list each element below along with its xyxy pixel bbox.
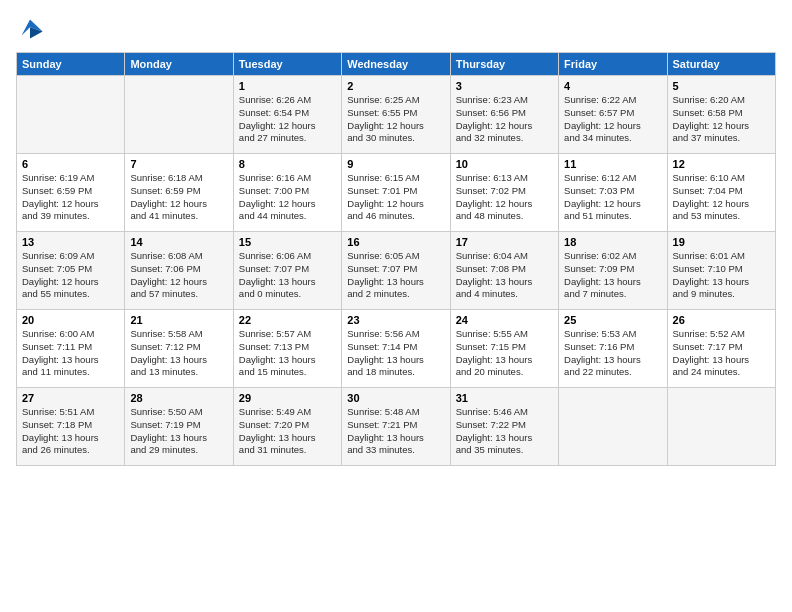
weekday-header-row: SundayMondayTuesdayWednesdayThursdayFrid… [17, 53, 776, 76]
calendar-cell: 19Sunrise: 6:01 AM Sunset: 7:10 PM Dayli… [667, 232, 775, 310]
calendar-cell: 30Sunrise: 5:48 AM Sunset: 7:21 PM Dayli… [342, 388, 450, 466]
cell-content: Sunrise: 6:18 AM Sunset: 6:59 PM Dayligh… [130, 172, 227, 223]
cell-content: Sunrise: 6:20 AM Sunset: 6:58 PM Dayligh… [673, 94, 770, 145]
cell-content: Sunrise: 6:19 AM Sunset: 6:59 PM Dayligh… [22, 172, 119, 223]
weekday-header-wednesday: Wednesday [342, 53, 450, 76]
cell-content: Sunrise: 5:49 AM Sunset: 7:20 PM Dayligh… [239, 406, 336, 457]
cell-content: Sunrise: 6:12 AM Sunset: 7:03 PM Dayligh… [564, 172, 661, 223]
calendar-cell: 13Sunrise: 6:09 AM Sunset: 7:05 PM Dayli… [17, 232, 125, 310]
calendar-cell: 29Sunrise: 5:49 AM Sunset: 7:20 PM Dayli… [233, 388, 341, 466]
calendar-cell: 11Sunrise: 6:12 AM Sunset: 7:03 PM Dayli… [559, 154, 667, 232]
cell-content: Sunrise: 5:51 AM Sunset: 7:18 PM Dayligh… [22, 406, 119, 457]
calendar-cell: 28Sunrise: 5:50 AM Sunset: 7:19 PM Dayli… [125, 388, 233, 466]
cell-content: Sunrise: 6:06 AM Sunset: 7:07 PM Dayligh… [239, 250, 336, 301]
day-number: 12 [673, 158, 770, 170]
day-number: 23 [347, 314, 444, 326]
cell-content: Sunrise: 6:05 AM Sunset: 7:07 PM Dayligh… [347, 250, 444, 301]
day-number: 20 [22, 314, 119, 326]
calendar-cell: 10Sunrise: 6:13 AM Sunset: 7:02 PM Dayli… [450, 154, 558, 232]
calendar-cell [17, 76, 125, 154]
day-number: 30 [347, 392, 444, 404]
cell-content: Sunrise: 6:01 AM Sunset: 7:10 PM Dayligh… [673, 250, 770, 301]
day-number: 31 [456, 392, 553, 404]
calendar-cell: 7Sunrise: 6:18 AM Sunset: 6:59 PM Daylig… [125, 154, 233, 232]
cell-content: Sunrise: 6:09 AM Sunset: 7:05 PM Dayligh… [22, 250, 119, 301]
calendar-cell: 4Sunrise: 6:22 AM Sunset: 6:57 PM Daylig… [559, 76, 667, 154]
day-number: 16 [347, 236, 444, 248]
calendar-week-row: 6Sunrise: 6:19 AM Sunset: 6:59 PM Daylig… [17, 154, 776, 232]
cell-content: Sunrise: 6:23 AM Sunset: 6:56 PM Dayligh… [456, 94, 553, 145]
calendar-cell: 22Sunrise: 5:57 AM Sunset: 7:13 PM Dayli… [233, 310, 341, 388]
day-number: 15 [239, 236, 336, 248]
weekday-header-sunday: Sunday [17, 53, 125, 76]
cell-content: Sunrise: 6:16 AM Sunset: 7:00 PM Dayligh… [239, 172, 336, 223]
calendar-cell: 25Sunrise: 5:53 AM Sunset: 7:16 PM Dayli… [559, 310, 667, 388]
cell-content: Sunrise: 6:00 AM Sunset: 7:11 PM Dayligh… [22, 328, 119, 379]
calendar-cell [559, 388, 667, 466]
cell-content: Sunrise: 6:08 AM Sunset: 7:06 PM Dayligh… [130, 250, 227, 301]
day-number: 27 [22, 392, 119, 404]
cell-content: Sunrise: 5:56 AM Sunset: 7:14 PM Dayligh… [347, 328, 444, 379]
day-number: 28 [130, 392, 227, 404]
cell-content: Sunrise: 5:48 AM Sunset: 7:21 PM Dayligh… [347, 406, 444, 457]
logo-bird-icon [16, 16, 44, 44]
logo [16, 16, 48, 44]
calendar-cell: 20Sunrise: 6:00 AM Sunset: 7:11 PM Dayli… [17, 310, 125, 388]
calendar-week-row: 27Sunrise: 5:51 AM Sunset: 7:18 PM Dayli… [17, 388, 776, 466]
day-number: 14 [130, 236, 227, 248]
calendar-cell [125, 76, 233, 154]
calendar-cell: 18Sunrise: 6:02 AM Sunset: 7:09 PM Dayli… [559, 232, 667, 310]
calendar-cell [667, 388, 775, 466]
cell-content: Sunrise: 6:04 AM Sunset: 7:08 PM Dayligh… [456, 250, 553, 301]
day-number: 3 [456, 80, 553, 92]
weekday-header-tuesday: Tuesday [233, 53, 341, 76]
day-number: 4 [564, 80, 661, 92]
calendar-cell: 8Sunrise: 6:16 AM Sunset: 7:00 PM Daylig… [233, 154, 341, 232]
day-number: 25 [564, 314, 661, 326]
day-number: 13 [22, 236, 119, 248]
day-number: 11 [564, 158, 661, 170]
calendar-week-row: 20Sunrise: 6:00 AM Sunset: 7:11 PM Dayli… [17, 310, 776, 388]
cell-content: Sunrise: 5:52 AM Sunset: 7:17 PM Dayligh… [673, 328, 770, 379]
cell-content: Sunrise: 6:26 AM Sunset: 6:54 PM Dayligh… [239, 94, 336, 145]
day-number: 9 [347, 158, 444, 170]
calendar-cell: 24Sunrise: 5:55 AM Sunset: 7:15 PM Dayli… [450, 310, 558, 388]
calendar-cell: 21Sunrise: 5:58 AM Sunset: 7:12 PM Dayli… [125, 310, 233, 388]
calendar-cell: 12Sunrise: 6:10 AM Sunset: 7:04 PM Dayli… [667, 154, 775, 232]
cell-content: Sunrise: 6:02 AM Sunset: 7:09 PM Dayligh… [564, 250, 661, 301]
day-number: 22 [239, 314, 336, 326]
cell-content: Sunrise: 6:13 AM Sunset: 7:02 PM Dayligh… [456, 172, 553, 223]
day-number: 19 [673, 236, 770, 248]
day-number: 10 [456, 158, 553, 170]
day-number: 7 [130, 158, 227, 170]
calendar-cell: 9Sunrise: 6:15 AM Sunset: 7:01 PM Daylig… [342, 154, 450, 232]
weekday-header-thursday: Thursday [450, 53, 558, 76]
calendar-cell: 17Sunrise: 6:04 AM Sunset: 7:08 PM Dayli… [450, 232, 558, 310]
calendar-cell: 16Sunrise: 6:05 AM Sunset: 7:07 PM Dayli… [342, 232, 450, 310]
day-number: 21 [130, 314, 227, 326]
calendar-cell: 14Sunrise: 6:08 AM Sunset: 7:06 PM Dayli… [125, 232, 233, 310]
calendar-cell: 27Sunrise: 5:51 AM Sunset: 7:18 PM Dayli… [17, 388, 125, 466]
cell-content: Sunrise: 6:15 AM Sunset: 7:01 PM Dayligh… [347, 172, 444, 223]
day-number: 1 [239, 80, 336, 92]
day-number: 6 [22, 158, 119, 170]
day-number: 18 [564, 236, 661, 248]
calendar-cell: 3Sunrise: 6:23 AM Sunset: 6:56 PM Daylig… [450, 76, 558, 154]
calendar-table: SundayMondayTuesdayWednesdayThursdayFrid… [16, 52, 776, 466]
day-number: 26 [673, 314, 770, 326]
day-number: 2 [347, 80, 444, 92]
calendar-cell: 2Sunrise: 6:25 AM Sunset: 6:55 PM Daylig… [342, 76, 450, 154]
calendar-cell: 15Sunrise: 6:06 AM Sunset: 7:07 PM Dayli… [233, 232, 341, 310]
day-number: 29 [239, 392, 336, 404]
page-header [16, 16, 776, 44]
calendar-cell: 5Sunrise: 6:20 AM Sunset: 6:58 PM Daylig… [667, 76, 775, 154]
weekday-header-saturday: Saturday [667, 53, 775, 76]
cell-content: Sunrise: 6:10 AM Sunset: 7:04 PM Dayligh… [673, 172, 770, 223]
day-number: 24 [456, 314, 553, 326]
day-number: 8 [239, 158, 336, 170]
calendar-week-row: 13Sunrise: 6:09 AM Sunset: 7:05 PM Dayli… [17, 232, 776, 310]
weekday-header-friday: Friday [559, 53, 667, 76]
calendar-cell: 1Sunrise: 6:26 AM Sunset: 6:54 PM Daylig… [233, 76, 341, 154]
cell-content: Sunrise: 5:57 AM Sunset: 7:13 PM Dayligh… [239, 328, 336, 379]
day-number: 5 [673, 80, 770, 92]
